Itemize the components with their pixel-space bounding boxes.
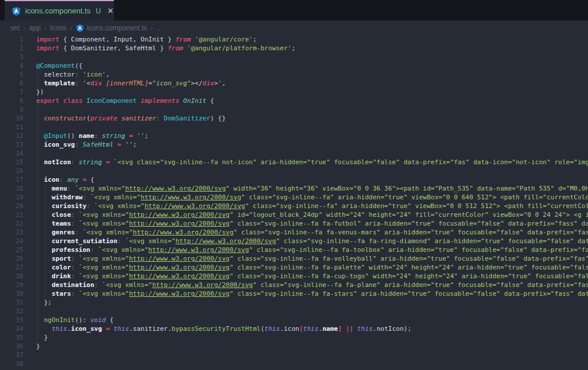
code-text: sport: `<svg xmlns="http://www.w3.org/20… (36, 254, 588, 263)
code-line[interactable]: 10 constructor(private sanitizer: DomSan… (0, 114, 588, 123)
editor-pane[interactable]: 1import { Component, Input, OnInit } fro… (0, 35, 588, 370)
line-number: 27 (0, 263, 23, 272)
code-line[interactable]: 29 destination: `<svg xmlns="http://www.… (0, 281, 588, 289)
code-line[interactable]: 4@Component({ (0, 61, 588, 70)
line-number: 17 (0, 175, 23, 184)
line-number: 22 (0, 219, 23, 228)
code-text: template: '<div [innerHTML]="icon_svg"><… (36, 79, 226, 88)
code-line[interactable]: 2import { DomSanitizer, SafeHtml } from … (0, 44, 588, 53)
breadcrumb-symbol-ellipsis[interactable]: ... (156, 24, 162, 32)
line-number: 12 (0, 132, 23, 140)
code-text: selector: 'icon', (36, 70, 110, 79)
code-line[interactable]: 28 drink: `<svg xmlns="http://www.w3.org… (0, 272, 588, 281)
code-line[interactable]: 22 teams: `<svg xmlns="http://www.w3.org… (0, 219, 588, 228)
code-line[interactable]: 26 sport: `<svg xmlns="http://www.w3.org… (0, 254, 588, 263)
code-line[interactable]: 30 stars: `<svg xmlns="http://www.w3.org… (0, 289, 588, 298)
code-line[interactable]: 38 (0, 359, 588, 368)
line-number: 7 (0, 88, 23, 96)
line-number: 25 (0, 245, 23, 254)
line-number: 1 (0, 35, 23, 44)
code-text: @Input() name: string = ''; (36, 132, 148, 140)
line-number: 2 (0, 44, 23, 53)
close-icon[interactable]: ✕ (107, 7, 114, 15)
line-number: 28 (0, 272, 23, 281)
code-line[interactable]: 3 (0, 53, 588, 61)
breadcrumb-item-icons[interactable]: Icons (50, 24, 67, 32)
indent-guide (37, 70, 38, 342)
tab-bar: icons.component.ts U ✕ (0, 0, 588, 20)
code-line[interactable]: 1import { Component, Input, OnInit } fro… (0, 35, 588, 44)
line-number: 15 (0, 158, 23, 167)
code-text: curiosity: `<svg xmlns="http://www.w3.or… (36, 202, 588, 210)
code-text: constructor(private sanitizer: DomSaniti… (36, 114, 226, 123)
code-text: current_sutiation: `<svg xmlns="http://w… (36, 237, 588, 245)
line-number: 19 (0, 193, 23, 202)
line-number: 5 (0, 70, 23, 79)
line-number: 11 (0, 123, 23, 132)
code-line[interactable]: 16 (0, 167, 588, 175)
code-line[interactable]: 32 (0, 307, 588, 316)
indent-guide (45, 184, 46, 298)
code-line[interactable]: 23 genres: `<svg xmlns="http://www.w3.or… (0, 228, 588, 237)
code-line[interactable]: 15 notIcon: string = `<svg class="svg-in… (0, 158, 588, 167)
line-number: 16 (0, 167, 23, 175)
code-line[interactable]: 8export class IconComponent implements O… (0, 96, 588, 105)
code-line[interactable]: 36} (0, 342, 588, 351)
code-text: close: `<svg xmlns="http://www.w3.org/20… (36, 210, 588, 219)
code-line[interactable]: 33 ngOnInit(): void { (0, 316, 588, 324)
code-line[interactable]: 14 (0, 149, 588, 158)
line-number: 9 (0, 105, 23, 114)
code-line[interactable]: 37 (0, 351, 588, 359)
breadcrumb-item-app[interactable]: app (29, 24, 41, 32)
code-text: export class IconComponent implements On… (36, 96, 214, 105)
code-text: teams: `<svg xmlns="http://www.w3.org/20… (36, 219, 588, 228)
code-text: genres: `<svg xmlns="http://www.w3.org/2… (36, 228, 588, 237)
line-number: 20 (0, 202, 23, 210)
breadcrumb-item-file[interactable]: icons.component.ts (76, 24, 147, 32)
code-line[interactable]: 7}) (0, 88, 588, 96)
line-number: 33 (0, 316, 23, 324)
code-text: menu: `<svg xmlns="http://www.w3.org/200… (36, 184, 588, 193)
line-number: 37 (0, 351, 23, 359)
code-text: ngOnInit(): void { (36, 316, 113, 324)
code-line[interactable]: 12 @Input() name: string = ''; (0, 132, 588, 140)
code-line[interactable]: 27 color: `<svg xmlns="http://www.w3.org… (0, 263, 588, 272)
code-text: destination: `<svg xmlns="http://www.w3.… (36, 281, 588, 289)
line-number: 30 (0, 289, 23, 298)
line-number: 14 (0, 149, 23, 158)
line-number: 36 (0, 342, 23, 351)
code-line[interactable]: 34 this.icon_svg = this.sanitizer.bypass… (0, 324, 588, 333)
chevron-right-icon: › (23, 25, 26, 32)
line-number: 18 (0, 184, 23, 193)
code-line[interactable]: 19 withdraw: `<svg xmlns="http://www.w3.… (0, 193, 588, 202)
line-number: 24 (0, 237, 23, 245)
code-text: drink: `<svg xmlns="http://www.w3.org/20… (36, 272, 588, 281)
code-line[interactable]: 18 menu: `<svg xmlns="http://www.w3.org/… (0, 184, 588, 193)
line-number: 21 (0, 210, 23, 219)
line-number: 6 (0, 79, 23, 88)
code-line[interactable]: 31 }; (0, 298, 588, 307)
code-line[interactable]: 11 (0, 123, 588, 132)
chevron-right-icon: › (70, 25, 72, 32)
code-line[interactable]: 13 icon_svg: SafeHtml = ''; (0, 140, 588, 149)
code-line[interactable]: 17 icon: any = { (0, 175, 588, 184)
tab-icons-component[interactable]: icons.component.ts U ✕ (5, 0, 114, 20)
code-line[interactable]: 5 selector: 'icon', (0, 70, 588, 79)
line-number: 31 (0, 298, 23, 307)
code-editor-window: icons.component.ts U ✕ src › app › Icons… (0, 0, 588, 370)
line-number: 13 (0, 140, 23, 149)
code-line[interactable]: 20 curiosity: `<svg xmlns="http://www.w3… (0, 202, 588, 210)
line-number: 3 (0, 53, 23, 61)
code-line[interactable]: 25 profession: `<svg xmlns="http://www.w… (0, 245, 588, 254)
line-number: 32 (0, 307, 23, 316)
code-line[interactable]: 24 current_sutiation: `<svg xmlns="http:… (0, 237, 588, 245)
code-line[interactable]: 21 close: `<svg xmlns="http://www.w3.org… (0, 210, 588, 219)
breadcrumb-item-src[interactable]: src (11, 24, 20, 32)
code-text: color: `<svg xmlns="http://www.w3.org/20… (36, 263, 588, 272)
code-line[interactable]: 6 template: '<div [innerHTML]="icon_svg"… (0, 79, 588, 88)
code-text: @Component({ (36, 61, 82, 70)
code-line[interactable]: 35 } (0, 333, 588, 342)
code-text: this.icon_svg = this.sanitizer.bypassSec… (36, 324, 412, 333)
code-line[interactable]: 9 (0, 105, 588, 114)
angular-icon (12, 6, 21, 16)
